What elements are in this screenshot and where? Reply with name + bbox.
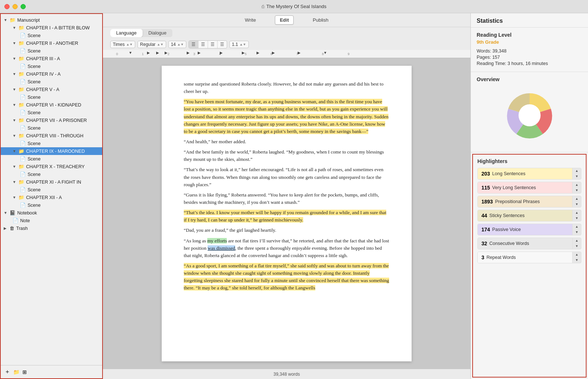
sidebar-item-ch2-scene[interactable]: 📄 Scene [1, 47, 102, 55]
hl-arrows-4[interactable]: ▲ ▼ [572, 224, 581, 235]
hl-down-5[interactable]: ▼ [573, 243, 581, 249]
align-justify-button[interactable]: ☰ [218, 41, 227, 48]
doc-para-3: “And health,” her mother added. [184, 138, 390, 145]
hl-down-3[interactable]: ▼ [573, 216, 581, 221]
sidebar-item-ch11-scene[interactable]: 📄 Scene [1, 186, 102, 194]
sidebar-item-note[interactable]: 📄 Note [1, 217, 102, 224]
sidebar-item-ch4-scene[interactable]: 📄 Scene [1, 78, 102, 86]
sidebar-item-manuscript[interactable]: 📁 Manuscript [1, 16, 102, 24]
font-style-select[interactable]: Regular ▲▼ [137, 41, 166, 48]
publish-tab[interactable]: Publish [308, 16, 333, 24]
svg-point-1 [519, 104, 541, 126]
highlighters-section: Highlighters 203 Long Sentences ▲ ▼ 115 … [472, 154, 587, 378]
format-row: Times ▲▼ Regular ▲▼ 14 ▲▼ ☰ ☰ ☰ ☰ [103, 39, 470, 50]
hl-down-2[interactable]: ▼ [573, 202, 581, 207]
add-folder-button[interactable]: 📁 [13, 369, 19, 375]
edit-tab[interactable]: Edit [275, 15, 294, 25]
sidebar-item-ch10-scene[interactable]: 📄 Scene [1, 170, 102, 178]
stats-words: Words: 39,348 [477, 48, 582, 54]
toolbar-middle: Language Dialogue [103, 27, 470, 39]
sidebar-item-ch3-scene[interactable]: 📄 Scene [1, 62, 102, 70]
document-scroll[interactable]: some surprise and questioned Roberta clo… [103, 58, 470, 369]
ch6-folder-icon: 📁 [18, 102, 24, 108]
highlighted-para-7: “That’s the idea. I know your mother wil… [184, 210, 386, 223]
sidebar-item-ch2[interactable]: 📁 CHAPTER II - ANOTHER [1, 39, 102, 47]
ch9-scene-icon: 📄 [20, 156, 26, 162]
overview-title: Overview [477, 76, 582, 82]
dialogue-tab[interactable]: Dialogue [143, 29, 172, 37]
line-height-select[interactable]: 1.1 ▲▼ [229, 41, 249, 48]
write-tab[interactable]: Write [240, 16, 260, 24]
hl-up-6[interactable]: ▲ [573, 252, 581, 257]
stats-section: Reading Level 9th Grade Words: 39,348 Pa… [471, 28, 588, 72]
sidebar-item-ch10[interactable]: 📁 CHAPTER X - TREACHERY [1, 163, 102, 170]
sidebar-item-ch12[interactable]: 📁 CHAPTER XII - A [1, 194, 102, 201]
sidebar-item-ch7[interactable]: 📁 CHAPTER VII - A PRISONER [1, 116, 102, 124]
language-tab[interactable]: Language [110, 29, 143, 37]
hl-up-0[interactable]: ▲ [573, 168, 581, 174]
hl-down-1[interactable]: ▼ [573, 188, 581, 193]
hl-count-4: 174 [481, 227, 490, 232]
alignment-buttons: ☰ ☰ ☰ ☰ [189, 40, 227, 48]
hl-up-4[interactable]: ▲ [573, 224, 581, 230]
sidebar-item-ch1-scene[interactable]: 📄 Scene [1, 32, 102, 39]
doc-para-10: “As a good sport, I am something of a fl… [184, 262, 390, 292]
sidebar-item-ch9-scene[interactable]: 📄 Scene [1, 155, 102, 163]
sidebar-item-trash[interactable]: 🗑 Trash [1, 224, 102, 232]
hl-down-4[interactable]: ▼ [573, 230, 581, 235]
sidebar-item-ch3[interactable]: 📁 CHAPTER III - A [1, 55, 102, 62]
ch12-arrow [12, 195, 17, 199]
hl-up-3[interactable]: ▲ [573, 210, 581, 216]
sidebar-item-ch6-scene[interactable]: 📄 Scene [1, 109, 102, 116]
sidebar-item-notebook[interactable]: 📓 Notebook [1, 209, 102, 217]
hl-row-5: 32 Consecutive Words ▲ ▼ [477, 238, 581, 249]
ch5-arrow [12, 87, 17, 91]
maximize-button[interactable] [21, 4, 26, 9]
sidebar-item-ch12-scene[interactable]: 📄 Scene [1, 201, 102, 209]
hl-arrows-1[interactable]: ▲ ▼ [572, 182, 581, 193]
hl-count-3: 44 [481, 213, 487, 219]
ch9-arrow [12, 149, 17, 153]
overview-section: Overview [471, 72, 588, 152]
hl-arrows-5[interactable]: ▲ ▼ [572, 238, 581, 249]
hl-down-0[interactable]: ▼ [573, 174, 581, 179]
hl-arrows-0[interactable]: ▲ ▼ [572, 168, 581, 179]
sidebar-item-ch6[interactable]: 📁 CHAPTER VI - KIDNAPED [1, 101, 102, 109]
minimize-button[interactable] [12, 4, 18, 9]
align-center-button[interactable]: ☰ [198, 41, 208, 48]
sidebar-item-ch11[interactable]: 📁 CHAPTER XI - A FIGHT IN [1, 178, 102, 186]
sidebar-item-ch5-scene[interactable]: 📄 Scene [1, 93, 102, 101]
hl-down-6[interactable]: ▼ [573, 257, 581, 263]
view-mode-button[interactable]: ⊞ [22, 369, 27, 375]
sidebar-item-ch1[interactable]: 📁 CHAPTER I - A BITTER BLOW [1, 24, 102, 32]
ch12-scene-icon: 📄 [20, 202, 26, 208]
hl-arrows-6[interactable]: ▲ ▼ [572, 252, 581, 263]
sidebar-item-ch9[interactable]: 📁 CHAPTER IX - MAROONED [1, 147, 102, 155]
font-family-select[interactable]: Times ▲▼ [110, 41, 135, 48]
close-button[interactable] [4, 4, 10, 9]
window-controls[interactable] [4, 4, 26, 9]
ruler: 0 1 2 3 4 5 6 7 8 9 ▼ ▶ ▶ ▶ ▶ ▶ [103, 50, 470, 58]
ch8-folder-icon: 📁 [18, 133, 24, 138]
sidebar-item-ch4[interactable]: 📁 CHAPTER IV - A [1, 70, 102, 78]
hl-up-1[interactable]: ▲ [573, 182, 581, 188]
sidebar-item-ch8[interactable]: 📁 CHAPTER VIII - THROUGH [1, 132, 102, 140]
doc-para-4: “And the best family in the world,” Robe… [184, 148, 390, 163]
hl-up-2[interactable]: ▲ [573, 196, 581, 202]
font-size-select[interactable]: 14 ▲▼ [168, 41, 186, 48]
add-document-button[interactable]: ＋ [4, 368, 10, 376]
hl-arrows-3[interactable]: ▲ ▼ [572, 210, 581, 221]
sidebar-content: 📁 Manuscript 📁 CHAPTER I - A BITTER BLOW… [1, 14, 102, 365]
ch6-arrow [12, 103, 17, 107]
document-icon: ⎙ [262, 4, 264, 9]
reading-level-value: 9th Grade [477, 39, 582, 45]
sidebar-item-ch5[interactable]: 📁 CHAPTER V - A [1, 86, 102, 93]
hl-repeat: 3 Repeat Words [478, 252, 572, 263]
align-left-button[interactable]: ☰ [189, 41, 198, 48]
sidebar-item-ch8-scene[interactable]: 📄 Scene [1, 140, 102, 147]
align-right-button[interactable]: ☰ [208, 41, 218, 48]
hl-up-5[interactable]: ▲ [573, 238, 581, 243]
sidebar-item-ch7-scene[interactable]: 📄 Scene [1, 124, 102, 132]
hl-arrows-2[interactable]: ▲ ▼ [572, 196, 581, 207]
editor-area: Write Edit Publish Language Dialogue Tim… [103, 13, 470, 379]
